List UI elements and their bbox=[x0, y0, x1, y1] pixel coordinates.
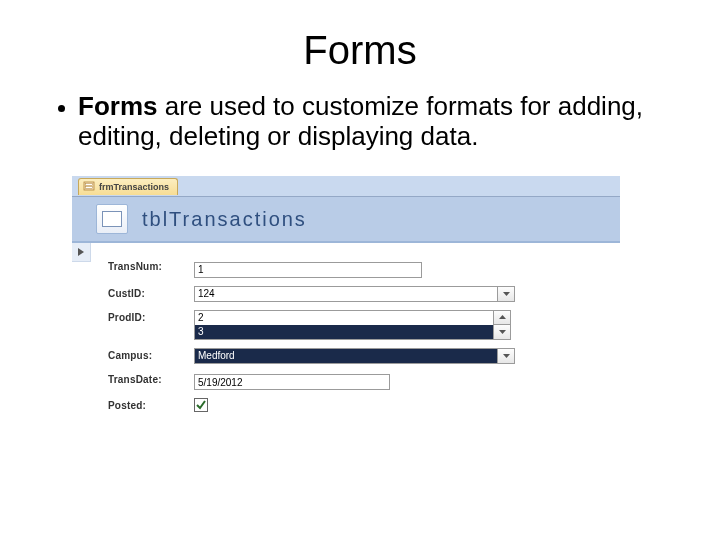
input-custid[interactable] bbox=[194, 286, 498, 302]
listbox-prodid[interactable]: 2 3 bbox=[194, 310, 511, 340]
label-custid: CustID: bbox=[108, 286, 194, 299]
record-selector[interactable] bbox=[72, 243, 91, 262]
prodid-option-1[interactable]: 2 bbox=[195, 311, 493, 325]
row-transnum: TransNum: bbox=[108, 259, 515, 278]
svg-marker-5 bbox=[499, 315, 506, 319]
bullet-area: Forms are used to customize formats for … bbox=[58, 92, 668, 152]
input-transnum[interactable] bbox=[194, 262, 422, 278]
form-header-icon bbox=[96, 204, 128, 234]
bullet-item: Forms are used to customize formats for … bbox=[78, 92, 668, 152]
svg-rect-1 bbox=[86, 183, 93, 185]
dropdown-custid[interactable] bbox=[498, 286, 515, 302]
prodid-spin-up[interactable] bbox=[494, 311, 510, 326]
svg-marker-7 bbox=[503, 354, 510, 358]
label-prodid: ProdID: bbox=[108, 310, 194, 323]
dropdown-campus[interactable] bbox=[498, 348, 515, 364]
tab-row: frmTransactions bbox=[72, 176, 620, 197]
row-custid: CustID: bbox=[108, 286, 515, 302]
combo-campus[interactable] bbox=[194, 348, 515, 364]
form-tab-icon bbox=[83, 180, 95, 194]
svg-rect-2 bbox=[86, 186, 93, 188]
input-transdate[interactable] bbox=[194, 374, 390, 390]
svg-marker-4 bbox=[503, 292, 510, 296]
checkbox-posted[interactable] bbox=[194, 398, 208, 412]
row-posted: Posted: bbox=[108, 398, 515, 412]
input-campus[interactable] bbox=[194, 348, 498, 364]
row-prodid: ProdID: 2 3 bbox=[108, 310, 515, 340]
slide: Forms Forms are used to customize format… bbox=[0, 0, 720, 540]
row-transdate: TransDate: bbox=[108, 372, 515, 391]
form-screenshot: frmTransactions tblTransactions TransNum… bbox=[72, 176, 620, 434]
prodid-option-2[interactable]: 3 bbox=[195, 325, 493, 339]
form-header: tblTransactions bbox=[72, 197, 620, 243]
prodid-spin-down[interactable] bbox=[494, 325, 510, 339]
svg-marker-3 bbox=[78, 248, 84, 256]
svg-marker-6 bbox=[499, 330, 506, 334]
label-campus: Campus: bbox=[108, 348, 194, 361]
form-body: TransNum: CustID: ProdID: bbox=[72, 243, 620, 437]
form-tab-label: frmTransactions bbox=[99, 182, 169, 192]
combo-custid[interactable] bbox=[194, 286, 515, 302]
prodid-spinner[interactable] bbox=[494, 310, 511, 340]
bullet-bold: Forms bbox=[78, 91, 165, 121]
form-header-title: tblTransactions bbox=[142, 208, 307, 231]
form-tab[interactable]: frmTransactions bbox=[78, 178, 178, 195]
label-transnum: TransNum: bbox=[108, 259, 194, 272]
label-posted: Posted: bbox=[108, 398, 194, 411]
fields: TransNum: CustID: ProdID: bbox=[108, 259, 515, 420]
slide-title: Forms bbox=[0, 28, 720, 73]
row-campus: Campus: bbox=[108, 348, 515, 364]
svg-rect-0 bbox=[84, 182, 94, 190]
label-transdate: TransDate: bbox=[108, 372, 194, 385]
